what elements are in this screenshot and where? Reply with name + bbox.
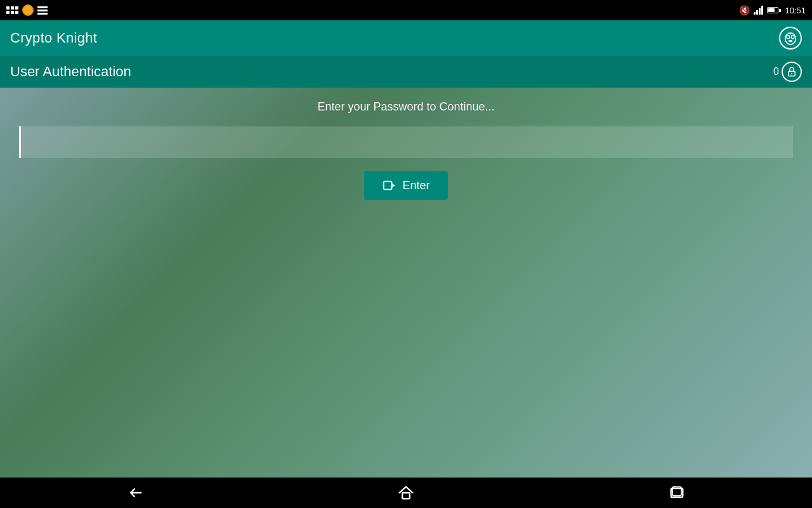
status-right-icons: 🔇 10:51 bbox=[739, 5, 806, 15]
mask-icon[interactable] bbox=[779, 27, 802, 50]
status-time: 10:51 bbox=[785, 6, 806, 15]
svg-point-1 bbox=[787, 35, 790, 39]
badge-count: 0 bbox=[773, 66, 779, 77]
status-left-icons bbox=[6, 4, 48, 16]
enter-button[interactable]: Enter bbox=[364, 171, 447, 200]
svg-point-2 bbox=[791, 35, 794, 39]
enter-button-label: Enter bbox=[402, 179, 429, 192]
app-bar: Crypto Knight bbox=[0, 20, 812, 56]
prompt-text: Enter your Password to Continue... bbox=[317, 100, 494, 114]
bars-icon bbox=[37, 6, 48, 15]
svg-rect-9 bbox=[402, 493, 410, 498]
grid-icon bbox=[6, 6, 18, 14]
lock-icon[interactable] bbox=[782, 62, 802, 82]
signal-icon bbox=[754, 6, 763, 15]
recents-button[interactable] bbox=[655, 479, 698, 507]
svg-point-7 bbox=[791, 73, 792, 74]
sub-header: User Authentication 0 bbox=[0, 56, 812, 88]
status-bar: 🔇 10:51 bbox=[0, 0, 812, 20]
svg-rect-8 bbox=[384, 182, 392, 190]
main-content: Enter your Password to Continue... Enter bbox=[0, 88, 812, 478]
recents-icon bbox=[668, 484, 686, 502]
page-title: User Authentication bbox=[10, 64, 131, 80]
bottom-nav bbox=[0, 478, 812, 508]
lock-badge: 0 bbox=[773, 62, 802, 82]
back-button[interactable] bbox=[114, 479, 157, 507]
password-input[interactable] bbox=[19, 126, 793, 158]
notification-icon bbox=[22, 4, 34, 16]
back-icon bbox=[126, 484, 144, 502]
battery-icon bbox=[767, 7, 781, 13]
enter-icon bbox=[382, 178, 396, 192]
mute-icon: 🔇 bbox=[739, 5, 750, 15]
app-title: Crypto Knight bbox=[10, 30, 97, 46]
home-button[interactable] bbox=[384, 479, 428, 507]
home-icon bbox=[397, 484, 415, 502]
